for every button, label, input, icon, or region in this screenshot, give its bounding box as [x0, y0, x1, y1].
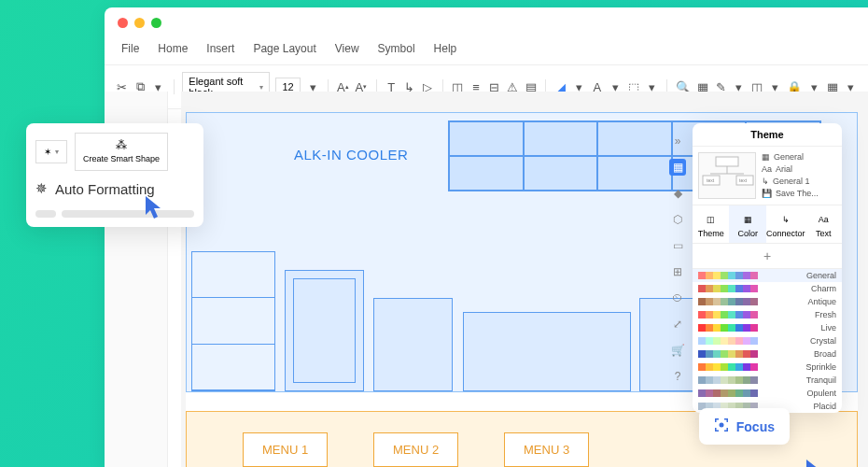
- palette-name: Broad: [814, 349, 836, 359]
- format-slider[interactable]: [35, 210, 194, 218]
- menu-page-layout[interactable]: Page Layout: [253, 42, 315, 55]
- palette-swatches: [698, 350, 758, 358]
- svg-rect-8: [715, 418, 717, 422]
- shelving-unit[interactable]: [191, 251, 275, 391]
- single-oven[interactable]: [373, 298, 453, 391]
- grid-rail-icon[interactable]: ⊞: [669, 263, 686, 280]
- prep-counter[interactable]: [463, 312, 631, 391]
- palette-name: Tranquil: [806, 375, 836, 385]
- theme-panel: » ▦ ◆ ⬡ ▭ ⊞ ⏲ ⤢ 🛒 ? Theme texttext ▦Gene…: [693, 123, 842, 413]
- sparkle-icon: ✵: [35, 180, 48, 197]
- create-smart-shape-button[interactable]: ⁂ Create Smart Shape: [75, 133, 168, 171]
- tab-theme[interactable]: ◫Theme: [693, 205, 729, 243]
- save-icon: 💾: [762, 189, 772, 198]
- palette-swatches: [698, 389, 758, 397]
- sparkle-icon: ✶: [44, 147, 51, 157]
- close-icon[interactable]: [118, 18, 128, 28]
- palette-row[interactable]: General: [693, 269, 842, 282]
- palette-swatches: [698, 285, 758, 292]
- theme-panel-title: Theme: [693, 123, 842, 147]
- focus-label: Focus: [736, 419, 775, 434]
- menu-help[interactable]: Help: [434, 42, 457, 55]
- help-rail-icon[interactable]: ?: [669, 368, 686, 385]
- text-tab-icon: Aa: [805, 210, 842, 229]
- menu-file[interactable]: File: [121, 42, 139, 55]
- palette-row[interactable]: Crystal: [693, 334, 842, 347]
- shapes-rail-icon[interactable]: ⬡: [669, 211, 686, 228]
- palette-row[interactable]: Tranquil: [693, 374, 842, 387]
- color-tab-icon: ▦: [729, 210, 765, 229]
- opt-font[interactable]: AaArial: [762, 164, 836, 174]
- palette-name: Opulent: [806, 389, 836, 398]
- palette-swatches: [698, 324, 758, 332]
- palette-name: Antique: [807, 297, 836, 306]
- palette-list: GeneralCharmAntiqueFreshLiveCrystalBroad…: [693, 269, 842, 413]
- menubar: File Home Insert Page Layout View Symbol…: [105, 38, 868, 65]
- palette-swatches: [698, 298, 758, 305]
- auto-formatting-popup: ✶ ▾ ⁂ Create Smart Shape ✵ Auto Formatti…: [26, 123, 203, 227]
- palette-row[interactable]: Sprinkle: [693, 361, 842, 374]
- palette-name: Crystal: [810, 336, 836, 346]
- timer-rail-icon[interactable]: ⏲: [669, 290, 686, 306]
- svg-rect-12: [715, 428, 717, 432]
- collapse-icon[interactable]: »: [669, 133, 686, 149]
- double-oven[interactable]: [285, 270, 364, 391]
- palette-row[interactable]: Antique: [693, 295, 842, 308]
- svg-point-15: [719, 423, 723, 428]
- layers-rail-icon[interactable]: ◆: [669, 185, 686, 202]
- palette-swatches: [698, 363, 758, 371]
- create-smart-shape-label: Create Smart Shape: [83, 155, 160, 164]
- cart-rail-icon[interactable]: 🛒: [669, 342, 686, 359]
- palette-row[interactable]: Live: [693, 321, 842, 334]
- menu-view[interactable]: View: [335, 42, 359, 55]
- palette-name: Sprinkle: [805, 362, 836, 372]
- theme-rail-icon[interactable]: ▦: [669, 159, 686, 176]
- smart-tool-button[interactable]: ✶ ▾: [35, 140, 67, 163]
- palette-swatches: [698, 376, 758, 384]
- palette-icon: ▦: [762, 152, 770, 162]
- opt-save[interactable]: 💾Save The...: [762, 189, 836, 198]
- font-icon: Aa: [762, 164, 772, 174]
- svg-text:text: text: [707, 177, 715, 183]
- svg-rect-10: [726, 418, 728, 422]
- add-palette-button[interactable]: +: [693, 244, 842, 269]
- page-rail-icon[interactable]: ▭: [669, 237, 686, 254]
- window-controls: [105, 7, 868, 38]
- palette-row[interactable]: Fresh: [693, 308, 842, 321]
- palette-swatches: [698, 311, 758, 318]
- menu-box-3[interactable]: MENU 3: [504, 432, 589, 467]
- smart-shape-icon: ⁂: [116, 139, 127, 151]
- chevron-down-icon: ▾: [259, 83, 263, 92]
- auto-formatting-label: Auto Formatting: [55, 181, 155, 197]
- menu-box-1[interactable]: MENU 1: [243, 432, 328, 467]
- palette-row[interactable]: Opulent: [693, 387, 842, 400]
- cooler-label: ALK-IN COOLER: [294, 147, 408, 163]
- menu-symbol[interactable]: Symbol: [378, 42, 415, 55]
- minimize-icon[interactable]: [134, 18, 145, 28]
- palette-name: Fresh: [815, 310, 836, 319]
- expand-rail-icon[interactable]: ⤢: [669, 316, 686, 333]
- maximize-icon[interactable]: [151, 18, 161, 28]
- chevron-down-icon: ▾: [55, 148, 59, 156]
- opt-general1[interactable]: ↳General 1: [762, 177, 836, 186]
- menu-home[interactable]: Home: [158, 42, 188, 55]
- svg-rect-0: [716, 157, 738, 166]
- theme-tabs: ◫Theme ▦Color ↳Connector AaText: [693, 205, 842, 244]
- menu-insert[interactable]: Insert: [206, 42, 234, 55]
- palette-row[interactable]: Charm: [693, 282, 842, 295]
- tab-text[interactable]: AaText: [805, 205, 842, 243]
- menu-box-2[interactable]: MENU 2: [373, 432, 458, 467]
- palette-swatches: [698, 272, 758, 279]
- right-rail: » ▦ ◆ ⬡ ▭ ⊞ ⏲ ⤢ 🛒 ?: [666, 133, 689, 385]
- auto-formatting-item[interactable]: ✵ Auto Formatting: [35, 180, 194, 197]
- svg-text:text: text: [739, 177, 748, 183]
- theme-preview[interactable]: texttext: [698, 152, 756, 199]
- tab-color[interactable]: ▦Color: [729, 205, 765, 243]
- palette-row[interactable]: Broad: [693, 347, 842, 361]
- palette-name: Charm: [811, 284, 836, 293]
- tab-connector[interactable]: ↳Connector: [766, 205, 805, 243]
- opt-general[interactable]: ▦General: [762, 152, 836, 162]
- focus-button[interactable]: Focus: [699, 408, 790, 445]
- palette-swatches: [698, 337, 758, 345]
- palette-name: Placid: [813, 402, 836, 411]
